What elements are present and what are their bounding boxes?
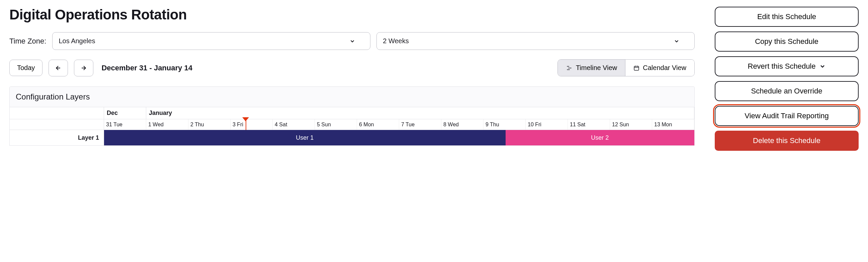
layer-label: Layer 1 [10, 130, 104, 145]
day-cell: 6 Mon [357, 119, 399, 130]
timeline-view-label: Timeline View [576, 64, 617, 72]
day-cell: 5 Sun [315, 119, 357, 130]
month-cell: January [146, 107, 694, 119]
page-title: Digital Operations Rotation [9, 7, 695, 23]
month-header: Dec January [104, 107, 694, 119]
timezone-label: Time Zone: [9, 37, 46, 46]
timezone-select[interactable]: Los Angeles [52, 32, 370, 50]
now-indicator-icon [242, 117, 249, 121]
controls-row: Time Zone: Los Angeles 2 Weeks [9, 32, 695, 50]
chevron-down-icon [819, 63, 826, 70]
day-cell: 12 Sun [610, 119, 652, 130]
revert-schedule-label: Revert this Schedule [748, 62, 816, 71]
delete-schedule-button[interactable]: Delete this Schedule [715, 131, 859, 151]
date-range: December 31 - January 14 [101, 64, 192, 72]
day-cell: 9 Thu [484, 119, 526, 130]
schedule-override-button[interactable]: Schedule an Override [715, 81, 859, 101]
arrow-right-icon [80, 65, 87, 71]
day-cell: 4 Sat [273, 119, 315, 130]
calendar-icon [633, 65, 640, 71]
day-header: 31 Tue 1 Wed 2 Thu 3 Fri 4 Sat 5 Sun 6 M… [104, 119, 694, 130]
day-cell: 3 Fri [230, 119, 273, 130]
chevron-down-icon [674, 38, 680, 44]
arrow-left-icon [55, 65, 62, 71]
day-cell: 8 Wed [441, 119, 484, 130]
calendar-view-label: Calendar View [643, 64, 686, 72]
timezone-value: Los Angeles [59, 37, 95, 45]
view-toggle: Timeline View Calendar View [557, 59, 695, 77]
day-cell: 13 Mon [652, 119, 694, 130]
day-cell: 1 Wed [146, 119, 188, 130]
day-cell: 7 Tue [399, 119, 441, 130]
day-cell: 11 Sat [568, 119, 610, 130]
view-audit-trail-button[interactable]: View Audit Trail Reporting [715, 106, 859, 126]
layer-track: User 1 User 2 [104, 130, 694, 145]
edit-schedule-button[interactable]: Edit this Schedule [715, 7, 859, 27]
svg-rect-5 [634, 66, 639, 70]
actions-sidebar: Edit this Schedule Copy this Schedule Re… [715, 7, 859, 151]
timeline-icon [566, 65, 572, 71]
chevron-down-icon [349, 38, 355, 44]
layers-panel: Configuration Layers Layer 1 Dec January [9, 86, 695, 146]
timeline-view-tab[interactable]: Timeline View [558, 60, 625, 76]
day-cell: 31 Tue [104, 119, 146, 130]
timeline-grid: Dec January 31 Tue 1 Wed 2 Thu 3 Fri 4 S… [104, 107, 694, 145]
month-cell: Dec [104, 107, 146, 119]
range-select[interactable]: 2 Weeks [376, 32, 695, 50]
main-content: Digital Operations Rotation Time Zone: L… [9, 7, 695, 151]
layers-header: Configuration Layers [10, 87, 694, 107]
calendar-view-tab[interactable]: Calendar View [625, 60, 694, 76]
day-cell: 2 Thu [188, 119, 230, 130]
next-button[interactable] [74, 60, 93, 77]
range-value: 2 Weeks [383, 37, 409, 45]
nav-row: Today December 31 - January 14 Timeline … [9, 59, 695, 77]
schedule-bar[interactable]: User 2 [506, 130, 694, 145]
day-cell: 10 Fri [526, 119, 568, 130]
timeline-left-gutter: Layer 1 [10, 107, 104, 145]
revert-schedule-button[interactable]: Revert this Schedule [715, 56, 859, 77]
today-button[interactable]: Today [9, 60, 42, 76]
timeline: Layer 1 Dec January 31 Tue 1 Wed 2 Thu 3… [10, 107, 694, 145]
schedule-bar[interactable]: User 1 [104, 130, 506, 145]
copy-schedule-button[interactable]: Copy this Schedule [715, 31, 859, 52]
prev-button[interactable] [49, 60, 68, 77]
